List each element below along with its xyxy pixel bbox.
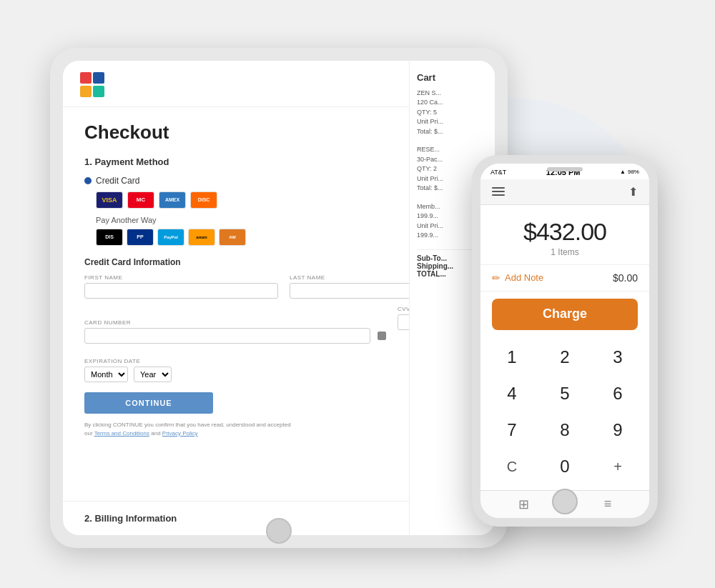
gem-logo	[80, 72, 106, 98]
radio-selected	[84, 177, 92, 184]
amount-section: $432.00 1 Items	[480, 205, 649, 264]
numpad-5[interactable]: 5	[539, 377, 591, 412]
paypal-blue-icon: PP	[127, 229, 154, 246]
ipad-content: AlliedWallet Checkout 1. Payment Method …	[63, 61, 495, 535]
first-name-group: FIRST NAME	[84, 274, 278, 299]
numpad-7[interactable]: 7	[486, 413, 538, 448]
month-select[interactable]: Month	[84, 367, 128, 382]
iphone-screen-inner: AT&T 12:05 PM ▲ 98% ⬆	[480, 164, 649, 518]
payment-method-title: 1. Payment Method	[84, 156, 169, 167]
ios-toolbar: ⬆	[480, 179, 649, 205]
card-number-group: CARD NUMBER	[84, 319, 386, 351]
numpad-2[interactable]: 2	[539, 340, 591, 375]
add-note-button[interactable]: ✏ Add Note	[492, 272, 543, 284]
disc-alt-icon: DIS	[96, 229, 123, 246]
amount-items: 1 Items	[492, 247, 638, 257]
note-row: ✏ Add Note $0.00	[480, 264, 649, 291]
aw-icon: AW	[219, 229, 246, 246]
scene: AlliedWallet Checkout 1. Payment Method …	[36, 26, 679, 562]
note-amount: $0.00	[613, 272, 638, 284]
first-name-input[interactable]	[84, 283, 278, 299]
list-tab-icon[interactable]: ≡	[604, 497, 612, 512]
visa-icon: VISA	[96, 191, 123, 209]
share-icon[interactable]: ⬆	[628, 185, 638, 199]
numpad: 1 2 3 4 5 6 7 8 9 C 0 +	[480, 337, 649, 490]
card-number-input[interactable]	[84, 328, 370, 344]
battery-text: 98%	[628, 169, 639, 175]
billing-title: 2. Billing Information	[84, 513, 177, 524]
menu-line-1	[492, 187, 505, 189]
gem-red	[80, 72, 92, 84]
iphone-screen-content: AT&T 12:05 PM ▲ 98% ⬆	[480, 164, 649, 518]
menu-icon[interactable]	[492, 187, 505, 196]
numpad-plus[interactable]: +	[592, 449, 644, 484]
card-number-label: CARD NUMBER	[84, 319, 386, 326]
numpad-4[interactable]: 4	[486, 377, 538, 412]
year-select[interactable]: Year	[134, 367, 172, 382]
iphone-device: AT&T 12:05 PM ▲ 98% ⬆	[472, 155, 658, 527]
mastercard-icon: MC	[127, 191, 154, 209]
note-icon: ✏	[492, 272, 500, 284]
gem-blue	[93, 72, 104, 84]
gem-yellow	[80, 86, 92, 97]
discover-icon: DISC	[190, 191, 217, 209]
ipad-screen: AlliedWallet Checkout 1. Payment Method …	[63, 61, 495, 535]
amazon-icon: amzn	[188, 229, 215, 246]
numpad-6[interactable]: 6	[592, 377, 644, 412]
privacy-link[interactable]: Privacy Policy	[162, 430, 198, 437]
amount-value: $432.00	[492, 218, 638, 246]
iphone-home-button[interactable]	[552, 489, 578, 514]
terms-link[interactable]: Terms and Conditions	[94, 430, 149, 437]
carrier-text: AT&T	[490, 169, 506, 176]
numpad-3[interactable]: 3	[592, 340, 644, 375]
gem-teal	[93, 86, 104, 97]
menu-line-2	[492, 191, 505, 192]
terms-text: By clicking CONTINUE you confirm that yo…	[84, 421, 299, 437]
cart-item-1: ZEN S... 120 Ca... QTY: 5 Unit Pri... To…	[417, 107, 488, 137]
numpad-9[interactable]: 9	[592, 413, 644, 448]
amex-icon: AMEX	[159, 191, 186, 209]
paypal-icon: PayPal	[157, 229, 184, 246]
numpad-1[interactable]: 1	[486, 340, 538, 375]
ipad-device: AlliedWallet Checkout 1. Payment Method …	[50, 48, 508, 548]
ios-status-bar: AT&T 12:05 PM ▲ 98%	[480, 164, 649, 179]
numpad-0[interactable]: 0	[539, 449, 591, 484]
numpad-8[interactable]: 8	[539, 413, 591, 448]
ipad-home-button[interactable]	[266, 518, 292, 544]
credit-card-label: Credit Card	[96, 176, 139, 186]
first-name-label: FIRST NAME	[84, 274, 278, 281]
continue-button[interactable]: CONTINUE	[84, 392, 213, 414]
wifi-icon: ▲	[620, 169, 626, 175]
numpad-clear[interactable]: C	[486, 449, 538, 484]
grid-tab-icon[interactable]: ⊞	[518, 497, 529, 512]
iphone-speaker	[547, 167, 583, 171]
chip-icon	[378, 332, 386, 340]
add-note-label: Add Note	[505, 272, 543, 283]
status-icons: ▲ 98%	[620, 169, 639, 175]
charge-button[interactable]: Charge	[492, 299, 638, 330]
menu-line-3	[492, 194, 505, 196]
